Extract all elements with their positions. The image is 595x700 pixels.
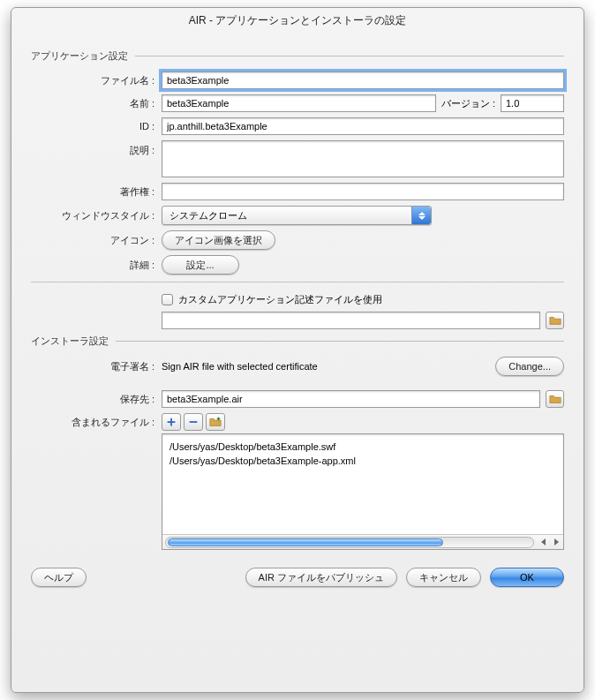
divider [31, 282, 564, 282]
label-windowstyle: ウィンドウスタイル : [31, 209, 162, 222]
scroll-right-icon[interactable] [550, 535, 563, 549]
dialog-content: アプリケーション設定 ファイル名 : 名前 : バージョン : ID : 説明 [11, 39, 584, 568]
minus-icon [187, 416, 200, 428]
dialog-title: AIR - アプリケーションとインストーラの設定 [189, 14, 407, 26]
scroll-thumb[interactable] [168, 538, 443, 546]
select-icon-button[interactable]: アイコン画像を選択 [162, 230, 275, 250]
signature-text: Sign AIR file with selected certificate [162, 361, 490, 372]
add-folder-button[interactable] [206, 413, 225, 431]
label-version: バージョン : [441, 97, 495, 110]
label-included-files: 含まれるファイル : [31, 413, 162, 429]
folder-plus-icon [209, 416, 222, 428]
chevron-updown-icon [411, 207, 431, 224]
label-id: ID : [31, 121, 162, 132]
copyright-field[interactable] [162, 183, 564, 200]
scroll-left-icon[interactable] [537, 535, 550, 549]
section-header-app: アプリケーション設定 [31, 49, 564, 63]
publish-button[interactable]: AIR ファイルをパブリッシュ [245, 568, 397, 587]
windowstyle-select[interactable]: システムクローム [162, 206, 432, 225]
custom-descriptor-field[interactable] [162, 312, 540, 329]
windowstyle-value: システムクローム [169, 209, 247, 222]
list-item[interactable]: /Users/yas/Desktop/beta3Example.swf [169, 440, 556, 454]
label-icon: アイコン : [31, 234, 162, 247]
change-signature-button[interactable]: Change... [495, 357, 564, 376]
label-signature: 電子署名 : [31, 360, 162, 373]
label-name: 名前 : [31, 97, 162, 110]
settings-button[interactable]: 設定... [162, 255, 239, 275]
folder-icon [549, 393, 561, 405]
plus-icon [165, 416, 177, 428]
section-label: アプリケーション設定 [31, 49, 128, 63]
custom-descriptor-checkbox[interactable] [162, 294, 173, 305]
titlebar: AIR - アプリケーションとインストーラの設定 [11, 8, 584, 39]
folder-icon [549, 314, 561, 327]
id-field[interactable] [162, 117, 564, 135]
label-description: 説明 : [31, 140, 162, 157]
description-field[interactable] [162, 140, 564, 177]
section-header-installer: インストーラ設定 [31, 335, 564, 348]
label-filename: ファイル名 : [31, 74, 162, 87]
label-destination: 保存先 : [31, 393, 162, 406]
ok-button[interactable]: OK [490, 568, 564, 587]
filename-field[interactable] [162, 72, 564, 89]
browse-destination-button[interactable] [546, 390, 564, 408]
remove-file-button[interactable] [184, 413, 203, 431]
label-detail: 詳細 : [31, 259, 162, 272]
divider [116, 341, 564, 342]
dialog-window: AIR - アプリケーションとインストーラの設定 アプリケーション設定 ファイル… [11, 7, 584, 693]
label-copyright: 著作権 : [31, 185, 162, 199]
label-custom-descriptor: カスタムアプリケーション記述ファイルを使用 [178, 293, 382, 306]
cancel-button[interactable]: キャンセル [406, 568, 481, 587]
horizontal-scrollbar[interactable] [162, 534, 563, 549]
add-file-button[interactable] [162, 413, 181, 431]
version-field[interactable] [501, 94, 564, 112]
help-button[interactable]: ヘルプ [31, 568, 87, 587]
name-field[interactable] [162, 94, 436, 112]
dialog-footer: ヘルプ AIR ファイルをパブリッシュ キャンセル OK [11, 568, 584, 601]
browse-descriptor-button[interactable] [546, 312, 564, 329]
divider [135, 56, 564, 56]
section-label: インストーラ設定 [31, 335, 109, 348]
included-files-list[interactable]: /Users/yas/Desktop/beta3Example.swf /Use… [162, 433, 564, 550]
list-item[interactable]: /Users/yas/Desktop/beta3Example-app.xml [169, 454, 556, 468]
destination-field[interactable] [162, 390, 540, 408]
files-toolbar [162, 413, 564, 431]
